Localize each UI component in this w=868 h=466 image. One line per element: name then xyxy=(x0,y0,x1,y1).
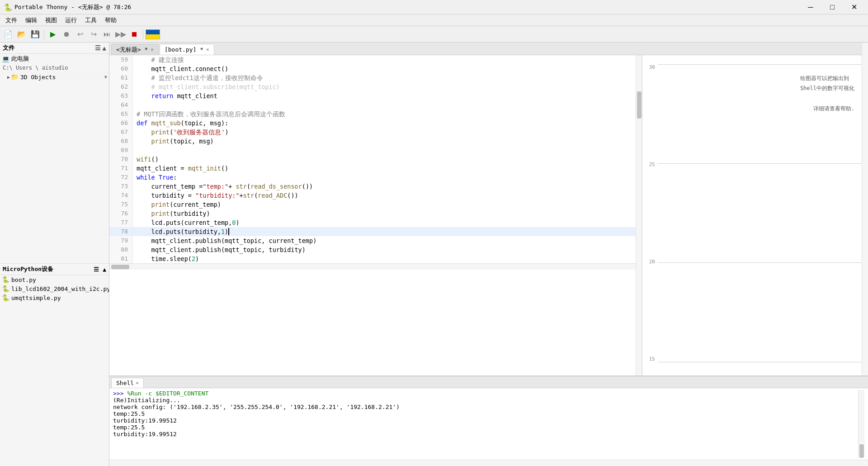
shell-prompt: >>> xyxy=(113,390,127,397)
files-header-icons: ☰ ▲ xyxy=(95,44,106,52)
grid-line-30 xyxy=(658,64,862,65)
editor-right-area: 59 # 建立连接 60 mqtt_client.connect() 61 # … xyxy=(109,55,868,376)
code-line-81: 81 time.sleep(2) xyxy=(109,254,636,263)
code-line-65: 65 # MQTT回调函数，收到服务器消息后会调用这个函数 xyxy=(109,109,636,119)
tab-untitled[interactable]: <无标题> * × xyxy=(111,44,159,55)
shell-prompt-line: >>> %Run -c $EDITOR_CONTENT xyxy=(113,390,858,397)
menubar: 文件 编辑 视图 运行 工具 帮助 xyxy=(0,14,868,26)
device-menu-icon[interactable]: ☰ xyxy=(94,266,99,273)
py-icon-umqtt: 🐍 xyxy=(2,294,9,301)
open-button[interactable]: 📂 xyxy=(15,28,28,41)
shell-output-line-2: network config: ('192.168.2.35', '255.25… xyxy=(113,404,858,410)
this-computer-item[interactable]: 💻 此电脑 xyxy=(0,54,109,64)
file-boot-py[interactable]: 🐍 boot.py xyxy=(0,275,109,284)
maximize-button[interactable]: □ xyxy=(822,0,843,14)
device-header-icons: ☰ ▲ xyxy=(94,266,106,273)
sidebar: 文件 ☰ ▲ 💻 此电脑 C:\ Users \ aistudio ▶ 📁 3D… xyxy=(0,43,109,466)
titlebar-controls[interactable]: ─ □ ✕ xyxy=(800,0,864,14)
tree-item-3dobjects[interactable]: ▶ 📁 3D Objects ▼ xyxy=(0,72,109,81)
shell-out-6: turbidity:19.99512 xyxy=(113,431,177,437)
sidebar-collapse-icon[interactable]: ▲ xyxy=(103,44,106,52)
file-lib-lcd[interactable]: 🐍 lib_lcd1602_2004_with_i2c.py xyxy=(0,284,109,293)
tab-untitled-close[interactable]: × xyxy=(151,47,154,52)
bottom-panel: Shell × >>> %Run -c $EDITOR_CONTENT (Re)… xyxy=(109,376,868,466)
grid-line-20 xyxy=(658,262,862,263)
new-button[interactable]: 📄 xyxy=(2,28,14,41)
code-line-66: 66 def mqtt_sub(topic, msg): xyxy=(109,119,636,128)
files-label: 文件 xyxy=(3,44,14,52)
computer-icon: 💻 xyxy=(2,55,9,62)
menu-view[interactable]: 视图 xyxy=(42,15,61,25)
step-into-button[interactable]: ↪ xyxy=(87,28,100,41)
sidebar-menu-icon[interactable]: ☰ xyxy=(95,44,101,52)
plotter-y-axis: 30 25 20 15 xyxy=(643,64,657,362)
shell-out-1: (Re)Initializing... xyxy=(113,397,180,404)
code-line-61: 61 # 监控ledct1这个通道，接收控制命令 xyxy=(109,73,636,82)
minimize-button[interactable]: ─ xyxy=(800,0,821,14)
code-line-67: 67 print('收到服务器信息') xyxy=(109,128,636,137)
shell-out-5: temp:25.5 xyxy=(113,424,145,431)
menu-run[interactable]: 运行 xyxy=(61,15,80,25)
editor-vscrollbar[interactable] xyxy=(636,55,642,376)
folder-icon-3dobjects: 📁 xyxy=(11,73,19,81)
plotter-note-2: Shell中的数字可视化 xyxy=(800,83,854,93)
computer-tree: ▶ 📁 3D Objects ▼ xyxy=(0,72,109,263)
menu-edit[interactable]: 编辑 xyxy=(22,15,41,25)
tab-boot-py[interactable]: [boot.py] * × xyxy=(160,44,214,55)
tree-label-3dobjects: 3D Objects xyxy=(20,74,104,81)
shell-tab-label: Shell xyxy=(116,380,134,386)
code-line-76: 76 print(turbidity) xyxy=(109,209,636,218)
collapse-icon-3dobjects[interactable]: ▼ xyxy=(104,74,107,80)
stop-button[interactable]: ⏹ xyxy=(128,28,141,41)
toolbar-sep-2 xyxy=(143,29,143,39)
code-line-60: 60 mqtt_client.connect() xyxy=(109,64,636,73)
editor-hscroll[interactable] xyxy=(109,263,636,270)
code-line-78: 78 lcd.puts(turbidity,1) xyxy=(109,227,636,236)
ukraine-flag xyxy=(146,29,160,39)
save-button[interactable]: 💾 xyxy=(29,28,42,41)
step-out-button[interactable]: ⏭ xyxy=(101,28,113,41)
content-area: <无标题> * × [boot.py] * × 59 # 建立连接 60 xyxy=(109,43,868,466)
step-over-button[interactable]: ↩ xyxy=(74,28,86,41)
shell-content[interactable]: >>> %Run -c $EDITOR_CONTENT (Re)Initiali… xyxy=(109,388,868,460)
shell-tab[interactable]: Shell × xyxy=(111,378,144,388)
close-button[interactable]: ✕ xyxy=(844,0,864,14)
plotter-scrollbar[interactable] xyxy=(862,55,868,376)
code-line-71: 71 mqtt_client = mqtt_init() xyxy=(109,164,636,173)
titlebar: 🐍 Portable Thonny - <无标题> @ 78:26 ─ □ ✕ xyxy=(0,0,868,14)
tab-boot-close[interactable]: × xyxy=(206,47,209,52)
code-editor[interactable]: 59 # 建立连接 60 mqtt_client.connect() 61 # … xyxy=(109,55,636,376)
file-umqtt[interactable]: 🐍 umqttsimple.py xyxy=(0,293,109,302)
code-line-74: 74 turbidity = "turbidity:"+str(read_ADC… xyxy=(109,191,636,200)
menu-file[interactable]: 文件 xyxy=(2,15,21,25)
code-line-68: 68 print(topic, msg) xyxy=(109,137,636,146)
device-collapse-icon[interactable]: ▲ xyxy=(103,266,106,273)
app-icon: 🐍 xyxy=(4,3,12,11)
shell-out-2: network config: ('192.168.2.35', '255.25… xyxy=(113,404,400,410)
expand-icon-3dobjects[interactable]: ▶ xyxy=(7,75,10,80)
shell-scrollbar[interactable] xyxy=(858,390,864,458)
this-computer-label: 此电脑 xyxy=(11,55,107,63)
menu-tools[interactable]: 工具 xyxy=(81,15,100,25)
shell-hscroll[interactable] xyxy=(109,460,868,466)
y-label-20: 20 xyxy=(649,259,655,265)
file-label-umqtt: umqttsimple.py xyxy=(11,295,107,301)
tab-boot-label: [boot.py] * xyxy=(165,46,203,53)
shell-out-3: temp:25.5 xyxy=(113,410,145,417)
y-label-25: 25 xyxy=(649,162,655,167)
computer-path: C:\ Users \ aistudio xyxy=(0,64,109,72)
code-line-69: 69 xyxy=(109,146,636,155)
debug-button[interactable]: ⏺ xyxy=(60,28,73,41)
plotter-note-3: 详细请查看帮助. xyxy=(813,105,854,113)
resume-button[interactable]: ▶▶ xyxy=(114,28,127,41)
code-line-79: 79 mqtt_client.publish(mqtt_topic, curre… xyxy=(109,236,636,245)
shell-tab-close[interactable]: × xyxy=(136,380,139,386)
run-button[interactable]: ▶ xyxy=(47,28,59,41)
y-label-15: 15 xyxy=(649,356,655,362)
plotter-note-1: 绘图器可以把输出到 xyxy=(800,73,854,83)
toolbar: 📄 📂 💾 ▶ ⏺ ↩ ↪ ⏭ ▶▶ ⏹ xyxy=(0,26,868,43)
shell-output-line-1: (Re)Initializing... xyxy=(113,397,858,404)
menu-help[interactable]: 帮助 xyxy=(101,15,120,25)
device-label: MicroPython设备 xyxy=(3,265,53,273)
shell-tab-bar: Shell × xyxy=(109,376,868,388)
